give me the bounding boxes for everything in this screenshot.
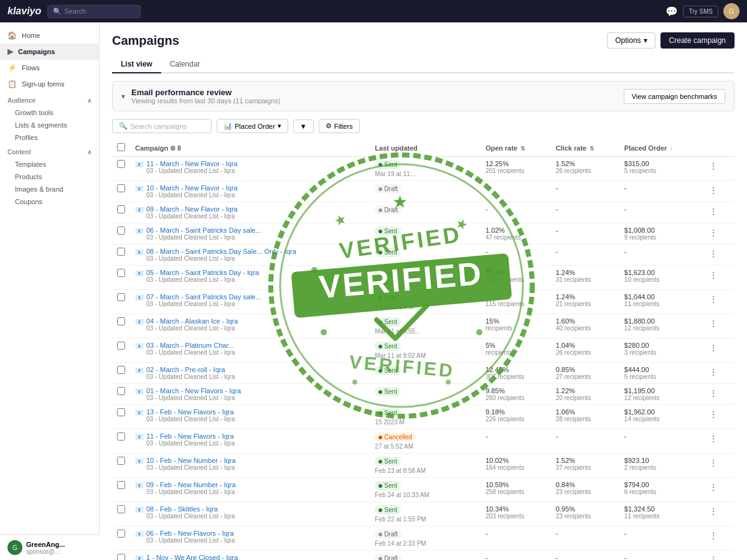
sidebar-item-flows[interactable]: ⚡ Flows xyxy=(0,60,99,76)
row-checkbox-cell[interactable] xyxy=(112,478,130,502)
filters-button[interactable]: ⚙ Filters xyxy=(319,119,360,133)
sidebar-item-campaigns[interactable]: ▶ Campaigns xyxy=(0,44,99,60)
col-click-rate[interactable]: Click rate ⇅ xyxy=(551,139,619,157)
row-checkbox-cell[interactable] xyxy=(112,245,130,266)
notification-icon[interactable]: 💬 xyxy=(665,6,678,17)
row-checkbox-14[interactable] xyxy=(117,481,125,489)
row-checkbox-cell[interactable] xyxy=(112,338,130,363)
user-avatar[interactable]: G xyxy=(723,3,740,19)
tab-calendar[interactable]: Calendar xyxy=(161,56,209,73)
campaign-name[interactable]: 02 - March - Pre-roll - Iqra xyxy=(146,366,235,373)
sidebar-item-home[interactable]: 🏠 Home xyxy=(0,27,99,44)
row-more-button[interactable]: ⋮ xyxy=(707,505,720,518)
try-sms-button[interactable]: Try SMS xyxy=(683,6,718,17)
row-checkbox-1[interactable] xyxy=(117,184,125,192)
row-checkbox-cell[interactable] xyxy=(112,223,130,245)
row-checkbox-cell[interactable] xyxy=(112,429,130,454)
row-checkbox-cell[interactable] xyxy=(112,363,130,384)
row-more-button[interactable]: ⋮ xyxy=(707,293,720,306)
row-checkbox-2[interactable] xyxy=(117,205,125,213)
row-checkbox-17[interactable] xyxy=(117,554,125,560)
campaign-name[interactable]: 09 - March - New Flavor - Iqra xyxy=(146,205,238,213)
row-more-button[interactable]: ⋮ xyxy=(707,342,720,354)
campaign-name[interactable]: 08 - Feb - Skittles - Iqra xyxy=(146,505,235,513)
sidebar-item-templates[interactable]: Templates xyxy=(0,158,99,170)
row-checkbox-3[interactable] xyxy=(117,226,125,235)
row-checkbox-cell[interactable] xyxy=(112,181,130,202)
campaign-name[interactable]: 03 - March - Platinum Char... xyxy=(146,342,235,349)
row-checkbox-10[interactable] xyxy=(117,387,125,395)
sidebar-item-images-brand[interactable]: Images & brand xyxy=(0,183,99,195)
row-checkbox-9[interactable] xyxy=(117,366,125,374)
sidebar-item-lists-segments[interactable]: Lists & segments xyxy=(0,119,99,131)
campaign-name[interactable]: 06 - Feb - New Flavors - Iqra xyxy=(146,530,235,537)
col-last-updated[interactable]: Last updated xyxy=(370,139,481,157)
row-more-button[interactable]: ⋮ xyxy=(707,205,720,218)
row-checkbox-cell[interactable] xyxy=(112,454,130,478)
row-checkbox-6[interactable] xyxy=(117,293,125,301)
global-search[interactable]: 🔍 Search xyxy=(47,5,141,18)
sidebar-item-coupons[interactable]: Coupons xyxy=(0,195,99,208)
row-checkbox-cell[interactable] xyxy=(112,157,130,181)
row-more-button[interactable]: ⋮ xyxy=(707,554,720,560)
search-campaigns-input[interactable]: 🔍 Search campaigns xyxy=(112,119,212,133)
select-all-header[interactable] xyxy=(112,139,130,157)
sidebar-item-growth-tools[interactable]: Growth tools xyxy=(0,106,99,119)
row-checkbox-cell[interactable] xyxy=(112,290,130,314)
row-checkbox-cell[interactable] xyxy=(112,384,130,405)
sidebar-section-content[interactable]: Content ∧ xyxy=(0,146,99,158)
campaign-name[interactable]: 1 - Nov - We Are Closed - Iqra xyxy=(146,554,238,560)
row-more-button[interactable]: ⋮ xyxy=(707,226,720,239)
row-checkbox-cell[interactable] xyxy=(112,405,130,429)
row-checkbox-13[interactable] xyxy=(117,457,125,465)
col-campaign[interactable]: Campaign ⚙ 8 xyxy=(130,139,370,157)
campaign-name[interactable]: 11 - March - New Flavor - Iqra xyxy=(146,160,238,167)
col-open-rate[interactable]: Open rate ⇅ xyxy=(481,139,551,157)
row-more-button[interactable]: ⋮ xyxy=(707,248,720,260)
additional-filter-dropdown[interactable]: ▼ xyxy=(293,119,314,133)
campaign-name[interactable]: 07 - March - Saint Patricks Day sale... xyxy=(146,293,261,301)
collapse-chevron[interactable]: ▾ xyxy=(121,92,125,101)
row-more-button[interactable]: ⋮ xyxy=(707,530,720,542)
campaign-name[interactable]: 11 - Feb - New Flavors - Iqra xyxy=(146,432,235,440)
col-placed-order[interactable]: Placed Order ↑ xyxy=(619,139,702,157)
row-checkbox-cell[interactable] xyxy=(112,526,130,551)
row-checkbox-11[interactable] xyxy=(117,408,125,416)
row-more-button[interactable]: ⋮ xyxy=(707,269,720,281)
campaign-name[interactable]: 06 - March - Saint Patricks Day sale... xyxy=(146,226,261,234)
row-checkbox-12[interactable] xyxy=(117,432,125,441)
row-more-button[interactable]: ⋮ xyxy=(707,408,720,421)
sidebar-item-signup-forms[interactable]: 📋 Sign-up forms xyxy=(0,76,99,92)
row-more-button[interactable]: ⋮ xyxy=(707,160,720,172)
row-more-button[interactable]: ⋮ xyxy=(707,432,720,445)
row-checkbox-cell[interactable] xyxy=(112,502,130,526)
view-benchmarks-button[interactable]: View campaign benchmarks xyxy=(624,89,725,104)
tab-list-view[interactable]: List view xyxy=(112,56,161,73)
row-checkbox-4[interactable] xyxy=(117,248,125,256)
row-checkbox-16[interactable] xyxy=(117,530,125,538)
campaign-name[interactable]: 05 - March - Saint Patricks Day - Iqra xyxy=(146,269,259,276)
row-more-button[interactable]: ⋮ xyxy=(707,457,720,469)
row-more-button[interactable]: ⋮ xyxy=(707,366,720,378)
row-checkbox-7[interactable] xyxy=(117,317,125,325)
options-button[interactable]: Options ▾ xyxy=(607,32,655,49)
sidebar-item-profiles[interactable]: Profiles xyxy=(0,131,99,144)
row-checkbox-15[interactable] xyxy=(117,505,125,513)
sidebar-footer[interactable]: G GreenAng... sponsor@... xyxy=(0,534,100,560)
row-checkbox-0[interactable] xyxy=(117,160,125,168)
campaign-name[interactable]: 01 - March - New Flavors - Iqra xyxy=(146,387,241,394)
row-checkbox-8[interactable] xyxy=(117,342,125,350)
sidebar-section-audience[interactable]: Audience ∧ xyxy=(0,95,99,106)
row-more-button[interactable]: ⋮ xyxy=(707,387,720,399)
select-all-checkbox[interactable] xyxy=(117,143,125,151)
row-checkbox-cell[interactable] xyxy=(112,266,130,290)
metric-filter-dropdown[interactable]: 📊 Placed Order ▾ xyxy=(217,119,288,133)
row-checkbox-cell[interactable] xyxy=(112,202,130,223)
row-more-button[interactable]: ⋮ xyxy=(707,317,720,330)
sidebar-item-products[interactable]: Products xyxy=(0,170,99,183)
row-checkbox-5[interactable] xyxy=(117,269,125,277)
campaign-name[interactable]: 10 - Feb - New Number - Iqra xyxy=(146,457,236,464)
campaign-name[interactable]: 13 - Feb - New Flavors - Iqra xyxy=(146,408,235,416)
campaign-name[interactable]: 04 - March - Alaskan Ice - Iqra xyxy=(146,317,238,325)
campaign-name[interactable]: 08 - March - Saint Patricks Day Sale... … xyxy=(146,248,296,255)
